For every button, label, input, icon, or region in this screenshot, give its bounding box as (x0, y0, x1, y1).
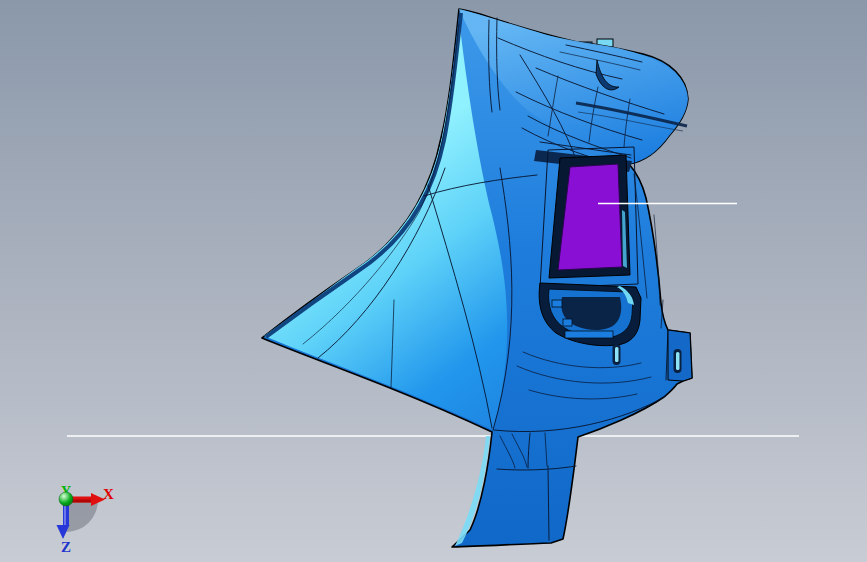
slot-cutout[interactable] (613, 344, 621, 365)
axis-x-label: X (103, 486, 114, 502)
orientation-triad[interactable]: Y X Z (57, 484, 115, 555)
clip-feature (552, 300, 562, 307)
pocket-bar (565, 331, 613, 338)
clip-feature (563, 319, 572, 326)
cad-model[interactable] (262, 9, 692, 547)
slot-cutout[interactable] (674, 349, 682, 373)
axis-z-label: Z (61, 539, 71, 555)
origin-ball[interactable] (59, 492, 73, 506)
cad-viewport[interactable]: Y X Z (0, 0, 867, 562)
